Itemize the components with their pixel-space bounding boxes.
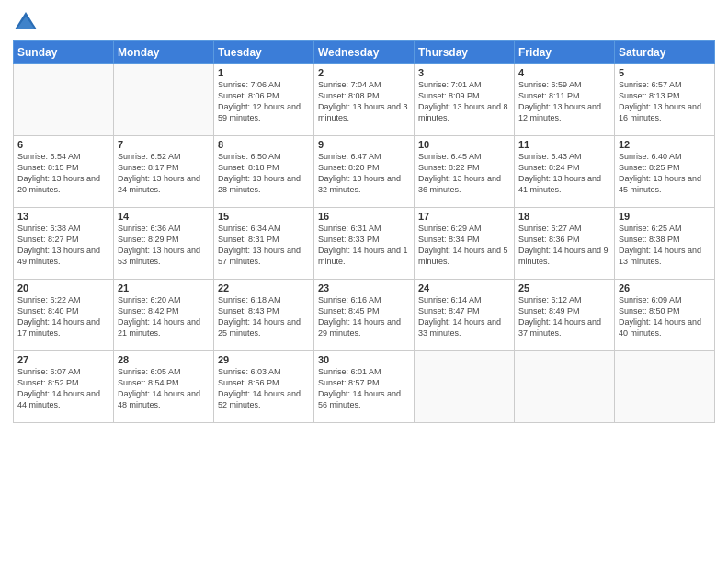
- day-info: Sunrise: 6:05 AM Sunset: 8:54 PM Dayligh…: [118, 366, 210, 411]
- day-info: Sunrise: 6:59 AM Sunset: 8:11 PM Dayligh…: [518, 79, 610, 124]
- table-row: 19Sunrise: 6:25 AM Sunset: 8:38 PM Dayli…: [615, 208, 715, 280]
- table-row: 5Sunrise: 6:57 AM Sunset: 8:13 PM Daylig…: [615, 64, 715, 136]
- table-row: 13Sunrise: 6:38 AM Sunset: 8:27 PM Dayli…: [14, 208, 114, 280]
- table-row: 22Sunrise: 6:18 AM Sunset: 8:43 PM Dayli…: [214, 280, 314, 351]
- day-number: 19: [619, 211, 711, 222]
- table-row: [114, 64, 214, 136]
- day-number: 26: [619, 282, 711, 293]
- day-number: 27: [17, 354, 109, 365]
- day-info: Sunrise: 6:31 AM Sunset: 8:33 PM Dayligh…: [318, 223, 410, 268]
- day-number: 21: [118, 282, 210, 293]
- table-row: 2Sunrise: 7:04 AM Sunset: 8:08 PM Daylig…: [314, 64, 415, 136]
- table-row: 14Sunrise: 6:36 AM Sunset: 8:29 PM Dayli…: [114, 208, 214, 280]
- table-row: [615, 351, 715, 423]
- col-friday: Friday: [515, 41, 615, 64]
- day-number: 1: [218, 67, 310, 78]
- day-info: Sunrise: 7:01 AM Sunset: 8:09 PM Dayligh…: [418, 79, 510, 124]
- table-row: 8Sunrise: 6:50 AM Sunset: 8:18 PM Daylig…: [214, 136, 314, 208]
- day-number: 12: [619, 139, 711, 150]
- day-number: 14: [118, 211, 210, 222]
- day-info: Sunrise: 7:06 AM Sunset: 8:06 PM Dayligh…: [218, 79, 310, 124]
- table-row: 17Sunrise: 6:29 AM Sunset: 8:34 PM Dayli…: [415, 208, 515, 280]
- day-info: Sunrise: 6:43 AM Sunset: 8:24 PM Dayligh…: [518, 151, 610, 196]
- table-row: 9Sunrise: 6:47 AM Sunset: 8:20 PM Daylig…: [314, 136, 415, 208]
- day-number: 9: [318, 139, 410, 150]
- table-row: 7Sunrise: 6:52 AM Sunset: 8:17 PM Daylig…: [114, 136, 214, 208]
- table-row: 29Sunrise: 6:03 AM Sunset: 8:56 PM Dayli…: [214, 351, 314, 423]
- day-number: 29: [218, 354, 310, 365]
- table-row: 15Sunrise: 6:34 AM Sunset: 8:31 PM Dayli…: [214, 208, 314, 280]
- day-info: Sunrise: 6:36 AM Sunset: 8:29 PM Dayligh…: [118, 223, 210, 268]
- day-info: Sunrise: 6:01 AM Sunset: 8:57 PM Dayligh…: [318, 366, 410, 411]
- day-number: 18: [518, 211, 610, 222]
- day-number: 22: [218, 282, 310, 293]
- logo-icon: [13, 9, 39, 35]
- day-info: Sunrise: 6:12 AM Sunset: 8:49 PM Dayligh…: [518, 294, 610, 339]
- table-row: [515, 351, 615, 423]
- col-tuesday: Tuesday: [214, 41, 314, 64]
- day-number: 20: [17, 282, 109, 293]
- day-number: 28: [118, 354, 210, 365]
- day-info: Sunrise: 6:29 AM Sunset: 8:34 PM Dayligh…: [418, 223, 510, 268]
- day-info: Sunrise: 6:20 AM Sunset: 8:42 PM Dayligh…: [118, 294, 210, 339]
- table-row: 10Sunrise: 6:45 AM Sunset: 8:22 PM Dayli…: [415, 136, 515, 208]
- table-row: 24Sunrise: 6:14 AM Sunset: 8:47 PM Dayli…: [415, 280, 515, 351]
- calendar-week-row: 1Sunrise: 7:06 AM Sunset: 8:06 PM Daylig…: [14, 64, 715, 136]
- table-row: 26Sunrise: 6:09 AM Sunset: 8:50 PM Dayli…: [615, 280, 715, 351]
- day-number: 3: [418, 67, 510, 78]
- table-row: [415, 351, 515, 423]
- day-number: 11: [518, 139, 610, 150]
- header: [13, 9, 715, 35]
- day-info: Sunrise: 6:07 AM Sunset: 8:52 PM Dayligh…: [17, 366, 109, 411]
- calendar: Sunday Monday Tuesday Wednesday Thursday…: [13, 40, 715, 423]
- calendar-week-row: 13Sunrise: 6:38 AM Sunset: 8:27 PM Dayli…: [14, 208, 715, 280]
- calendar-week-row: 6Sunrise: 6:54 AM Sunset: 8:15 PM Daylig…: [14, 136, 715, 208]
- table-row: 18Sunrise: 6:27 AM Sunset: 8:36 PM Dayli…: [515, 208, 615, 280]
- table-row: 4Sunrise: 6:59 AM Sunset: 8:11 PM Daylig…: [515, 64, 615, 136]
- table-row: 23Sunrise: 6:16 AM Sunset: 8:45 PM Dayli…: [314, 280, 415, 351]
- table-row: 3Sunrise: 7:01 AM Sunset: 8:09 PM Daylig…: [415, 64, 515, 136]
- table-row: 25Sunrise: 6:12 AM Sunset: 8:49 PM Dayli…: [515, 280, 615, 351]
- day-info: Sunrise: 6:38 AM Sunset: 8:27 PM Dayligh…: [17, 223, 109, 268]
- day-info: Sunrise: 6:16 AM Sunset: 8:45 PM Dayligh…: [318, 294, 410, 339]
- table-row: 28Sunrise: 6:05 AM Sunset: 8:54 PM Dayli…: [114, 351, 214, 423]
- table-row: 11Sunrise: 6:43 AM Sunset: 8:24 PM Dayli…: [515, 136, 615, 208]
- day-number: 4: [518, 67, 610, 78]
- col-sunday: Sunday: [14, 41, 114, 64]
- day-info: Sunrise: 6:45 AM Sunset: 8:22 PM Dayligh…: [418, 151, 510, 196]
- day-number: 16: [318, 211, 410, 222]
- day-info: Sunrise: 6:50 AM Sunset: 8:18 PM Dayligh…: [218, 151, 310, 196]
- table-row: 27Sunrise: 6:07 AM Sunset: 8:52 PM Dayli…: [14, 351, 114, 423]
- day-number: 5: [619, 67, 711, 78]
- table-row: 30Sunrise: 6:01 AM Sunset: 8:57 PM Dayli…: [314, 351, 415, 423]
- day-info: Sunrise: 6:18 AM Sunset: 8:43 PM Dayligh…: [218, 294, 310, 339]
- day-number: 30: [318, 354, 410, 365]
- table-row: 12Sunrise: 6:40 AM Sunset: 8:25 PM Dayli…: [615, 136, 715, 208]
- day-number: 7: [118, 139, 210, 150]
- day-info: Sunrise: 6:27 AM Sunset: 8:36 PM Dayligh…: [518, 223, 610, 268]
- day-info: Sunrise: 7:04 AM Sunset: 8:08 PM Dayligh…: [318, 79, 410, 124]
- table-row: 16Sunrise: 6:31 AM Sunset: 8:33 PM Dayli…: [314, 208, 415, 280]
- day-info: Sunrise: 6:22 AM Sunset: 8:40 PM Dayligh…: [17, 294, 109, 339]
- day-number: 10: [418, 139, 510, 150]
- calendar-header-row: Sunday Monday Tuesday Wednesday Thursday…: [14, 41, 715, 64]
- table-row: 1Sunrise: 7:06 AM Sunset: 8:06 PM Daylig…: [214, 64, 314, 136]
- table-row: 20Sunrise: 6:22 AM Sunset: 8:40 PM Dayli…: [14, 280, 114, 351]
- table-row: [14, 64, 114, 136]
- col-saturday: Saturday: [615, 41, 715, 64]
- page: Sunday Monday Tuesday Wednesday Thursday…: [0, 0, 728, 563]
- day-info: Sunrise: 6:47 AM Sunset: 8:20 PM Dayligh…: [318, 151, 410, 196]
- day-info: Sunrise: 6:54 AM Sunset: 8:15 PM Dayligh…: [17, 151, 109, 196]
- col-thursday: Thursday: [415, 41, 515, 64]
- calendar-week-row: 20Sunrise: 6:22 AM Sunset: 8:40 PM Dayli…: [14, 280, 715, 351]
- day-number: 15: [218, 211, 310, 222]
- logo: [13, 9, 43, 35]
- day-number: 23: [318, 282, 410, 293]
- day-info: Sunrise: 6:52 AM Sunset: 8:17 PM Dayligh…: [118, 151, 210, 196]
- day-number: 6: [17, 139, 109, 150]
- day-info: Sunrise: 6:57 AM Sunset: 8:13 PM Dayligh…: [619, 79, 711, 124]
- day-info: Sunrise: 6:14 AM Sunset: 8:47 PM Dayligh…: [418, 294, 510, 339]
- day-info: Sunrise: 6:03 AM Sunset: 8:56 PM Dayligh…: [218, 366, 310, 411]
- day-number: 17: [418, 211, 510, 222]
- day-info: Sunrise: 6:40 AM Sunset: 8:25 PM Dayligh…: [619, 151, 711, 196]
